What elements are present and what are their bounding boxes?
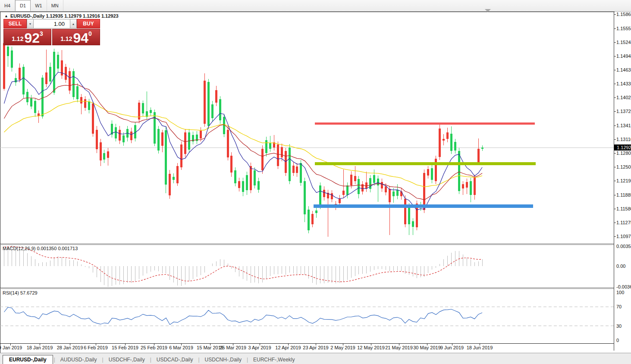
candle-body	[269, 143, 271, 149]
candle-body	[443, 139, 445, 141]
date-axis-label: 25 Feb 2019	[141, 345, 167, 350]
candle-body	[242, 181, 244, 192]
candle-body	[427, 169, 429, 176]
timeframe-toolbar: H4D1W1MN	[0, 0, 631, 12]
candle-body	[215, 90, 217, 103]
symbol-collapse-icon[interactable]: ▲	[4, 14, 8, 18]
candle-body	[261, 149, 264, 171]
candle-body	[454, 142, 456, 151]
chart-tab-eurchf[interactable]: EURCHF-,Weekly	[249, 355, 299, 364]
price-axis-label: 1.14330	[616, 81, 631, 86]
candle-body	[53, 52, 55, 93]
candle-body	[446, 132, 449, 139]
price-axis-label: 1.11275	[616, 220, 631, 225]
price-axis-label: 1.11885	[616, 192, 631, 198]
candle-body	[435, 159, 437, 181]
date-axis-label: 3 Apr 2019	[248, 345, 271, 350]
price-axis-label: 1.15550	[616, 26, 631, 31]
candle-body	[354, 176, 356, 181]
chart-tab-usdcnh[interactable]: USDCNH-,Daily	[201, 355, 246, 364]
price-axis-label: 1.15245	[616, 40, 631, 45]
chart-tab-usdcad[interactable]: USDCAD-,Daily	[152, 355, 198, 364]
date-axis-label: 23 Apr 2019	[303, 345, 328, 350]
chart-canvas[interactable]	[0, 12, 614, 347]
price-axis-label: 1.12195	[616, 178, 631, 183]
tab-separator: |	[197, 355, 200, 364]
candle-body	[304, 181, 306, 215]
candle-body	[466, 182, 468, 188]
candle-body	[230, 156, 232, 173]
rsi-axis-label: 100	[616, 290, 624, 295]
candle-body	[34, 101, 36, 113]
candle-body	[92, 104, 94, 134]
candle-body	[392, 191, 395, 197]
candle-body	[41, 78, 44, 116]
candle-body	[246, 175, 248, 190]
price-axis-tick	[614, 195, 616, 195]
timeframe-tab-d1[interactable]: D1	[15, 0, 31, 11]
date-axis-label: 21 May 2019	[385, 345, 413, 350]
candle-body	[96, 130, 98, 149]
candle-body	[72, 71, 75, 97]
volume-increase-button[interactable]: ▲	[70, 19, 77, 28]
date-axis-label: 9 Jan 2019	[0, 345, 22, 350]
candle-body	[45, 72, 47, 84]
chart-tab-audusd[interactable]: AUDUSD-,Daily	[56, 355, 101, 364]
macd-axis-label: 0.003518	[616, 244, 631, 249]
sell-price-sup: 3	[40, 30, 43, 37]
candle-body	[431, 168, 433, 180]
candle-body	[400, 191, 402, 197]
buy-price-sup: 0	[88, 30, 92, 37]
candle-body	[311, 214, 314, 224]
tab-separator: |	[149, 355, 152, 364]
price-axis-tick	[614, 153, 616, 154]
sell-button[interactable]: SELL	[3, 19, 27, 28]
timeframe-tab-mn[interactable]: MN	[47, 0, 63, 11]
candle-body	[257, 181, 260, 190]
timeframe-tab-h4[interactable]: H4	[0, 0, 15, 11]
candle-body	[115, 127, 117, 138]
candle-body	[404, 199, 406, 224]
price-axis-label: 1.14025	[616, 95, 631, 100]
candle-body	[396, 190, 399, 196]
candle-body	[165, 130, 167, 185]
candle-body	[65, 67, 67, 79]
buy-price-box[interactable]: 1.12 94 0	[52, 29, 100, 45]
candle-body	[342, 191, 345, 195]
date-axis-label: 12 Apr 2019	[275, 345, 301, 350]
price-axis-tick	[614, 126, 616, 126]
resistance-level-red	[315, 122, 535, 125]
date-axis-label: 18 Jun 2019	[467, 345, 493, 350]
price-axis-tick	[614, 84, 616, 84]
candle-body	[173, 177, 175, 180]
price-axis-label: 1.12500	[616, 164, 631, 169]
candle-body	[439, 129, 441, 157]
candle-body	[308, 210, 310, 230]
pivot-level-olive	[315, 162, 536, 165]
candle-body	[157, 129, 160, 150]
sell-price-box[interactable]: 1.12 92 3	[3, 29, 51, 45]
volume-decrease-button[interactable]: ▼	[27, 19, 34, 28]
price-axis-tick	[614, 223, 616, 223]
chart-tab-usdchf[interactable]: USDCHF-,Daily	[104, 355, 149, 364]
volume-input[interactable]	[34, 19, 70, 28]
candle-body	[470, 181, 472, 195]
candle-body	[100, 142, 102, 160]
chart-tab-eurusd[interactable]: EURUSD-,Daily	[3, 355, 53, 364]
candle-body	[296, 166, 298, 173]
rsi-indicator-label: RSI(14) 57.6729	[3, 290, 38, 295]
candle-body	[130, 132, 132, 140]
candle-body	[477, 149, 480, 163]
candle-body	[107, 151, 109, 158]
price-axis-tick	[614, 70, 616, 70]
candle-body	[389, 189, 391, 202]
buy-button[interactable]: BUY	[77, 19, 100, 28]
candle-body	[200, 131, 202, 138]
candle-body	[234, 170, 236, 183]
timeframe-tab-w1[interactable]: W1	[31, 0, 47, 11]
chart-shift-marker-icon[interactable]	[485, 9, 491, 12]
candle-body	[254, 170, 256, 185]
price-axis-tick	[614, 97, 616, 98]
candle-body	[180, 144, 182, 167]
date-axis-label: 18 Jan 2019	[27, 345, 53, 350]
